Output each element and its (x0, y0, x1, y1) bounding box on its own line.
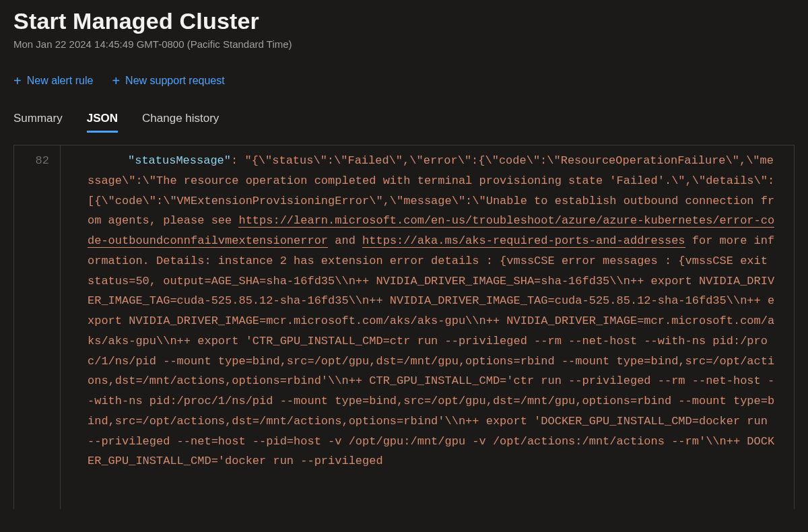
tab-json[interactable]: JSON (87, 112, 118, 133)
new-support-request-label: New support request (125, 75, 225, 87)
new-support-request-button[interactable]: + New support request (112, 74, 224, 88)
tab-bar: Summary JSON Change history (13, 112, 795, 133)
json-value-mid: and (328, 234, 362, 247)
page-timestamp: Mon Jan 22 2024 14:45:49 GMT-0800 (Pacif… (13, 38, 795, 50)
new-alert-rule-label: New alert rule (27, 75, 94, 87)
tab-summary[interactable]: Summary (13, 112, 63, 133)
doc-link-required-ports[interactable]: https://aka.ms/aks-required-ports-and-ad… (362, 234, 685, 248)
new-alert-rule-button[interactable]: + New alert rule (13, 74, 93, 88)
line-number: 82 (14, 151, 49, 171)
command-bar: + New alert rule + New support request (13, 74, 795, 88)
json-code-area[interactable]: "statusMessage": "{\"status\":\"Failed\"… (61, 145, 795, 509)
json-value-part2: for more information. Details: instance … (88, 234, 774, 467)
line-number-gutter: 82 (13, 145, 61, 509)
json-panel: 82 "statusMessage": "{\"status\":\"Faile… (13, 145, 795, 509)
tab-change-history[interactable]: Change history (142, 112, 219, 133)
page-root: Start Managed Cluster Mon Jan 22 2024 14… (0, 0, 808, 509)
page-title: Start Managed Cluster (13, 8, 795, 34)
plus-icon: + (13, 74, 22, 88)
plus-icon: + (112, 74, 120, 88)
json-key: "statusMessage" (128, 154, 231, 167)
